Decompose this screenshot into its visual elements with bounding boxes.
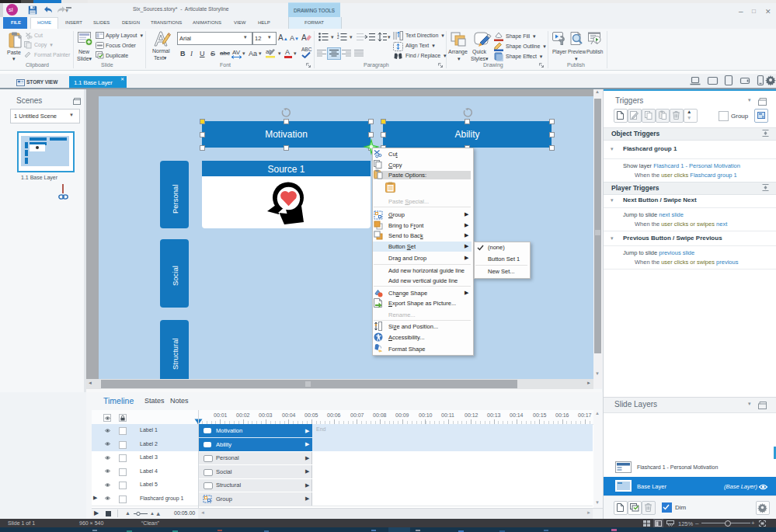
svg-text:2: 2 [337, 36, 339, 40]
svg-text:A: A [301, 33, 307, 42]
